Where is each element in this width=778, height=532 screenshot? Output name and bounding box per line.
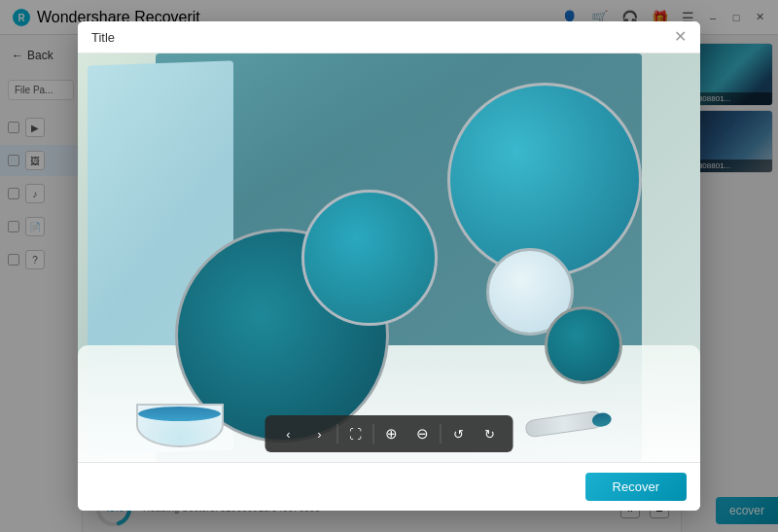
powder-bowl (136, 399, 224, 447)
next-icon: › (317, 427, 321, 442)
zoom-in-button[interactable]: ⊕ (378, 420, 406, 447)
rotate-right-icon: ↻ (484, 427, 495, 442)
modal-title: Title (91, 30, 115, 45)
rotate-left-button[interactable]: ↺ (445, 420, 473, 447)
paint-swatch-medium (301, 190, 438, 326)
prev-button[interactable]: ‹ (275, 420, 302, 447)
zoom-in-icon: ⊕ (385, 425, 398, 443)
fullscreen-button[interactable]: ⛶ (342, 420, 370, 447)
recover-button[interactable]: Recover (585, 473, 687, 501)
toolbar-divider-2 (373, 424, 374, 443)
next-button[interactable]: › (306, 420, 334, 447)
modal-header: Title ✕ (78, 21, 700, 53)
modal-overlay[interactable]: Title ✕ (0, 0, 778, 532)
modal-close-button[interactable]: ✕ (674, 29, 687, 45)
modal-body: ‹ › ⛶ ⊕ ⊖ (78, 53, 700, 462)
modal-footer: Recover (78, 462, 700, 511)
zoom-out-icon: ⊖ (416, 425, 429, 443)
recover-label: Recover (613, 479, 659, 494)
preview-toolbar: ‹ › ⛶ ⊕ ⊖ (265, 415, 513, 452)
rotate-left-icon: ↺ (453, 427, 464, 442)
prev-icon: ‹ (286, 427, 290, 442)
preview-modal: Title ✕ (78, 21, 700, 511)
fullscreen-icon: ⛶ (349, 427, 362, 442)
toolbar-divider-3 (441, 424, 442, 443)
paint-swatch-large-right (447, 83, 642, 277)
preview-image (78, 53, 700, 462)
rotate-right-button[interactable]: ↻ (477, 420, 504, 447)
app-window: R Wondershare Recoverit 👤 🛒 🎧 🎁 ☰ – □ ✕ … (0, 0, 778, 532)
paint-swatch-small-dark (545, 306, 622, 384)
toolbar-divider-1 (337, 424, 338, 443)
zoom-out-button[interactable]: ⊖ (409, 420, 437, 447)
